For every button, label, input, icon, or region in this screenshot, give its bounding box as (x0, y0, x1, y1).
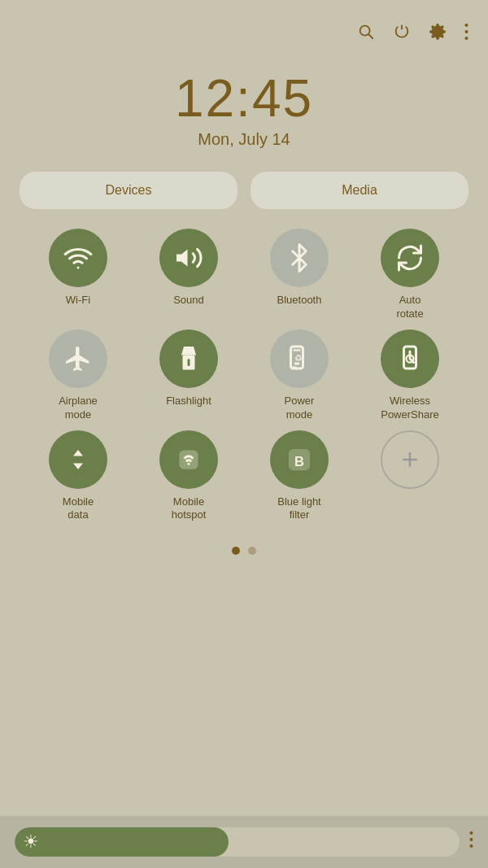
tab-devices[interactable]: Devices (20, 172, 237, 209)
toggle-powermode[interactable]: ♻ Powermode (244, 329, 355, 422)
search-icon[interactable] (357, 23, 375, 46)
toggle-hotspot[interactable]: Mobilehotspot (133, 430, 244, 523)
flashlight-label: Flashlight (166, 395, 211, 408)
toggle-airplane[interactable]: Airplanemode (23, 329, 133, 422)
power-icon[interactable] (393, 23, 411, 46)
svg-point-3 (465, 30, 468, 33)
toggle-autorotate[interactable]: Autorotate (355, 229, 465, 321)
pagination-dots (0, 547, 488, 555)
autorotate-label: Autorotate (396, 294, 423, 321)
bluetooth-circle (270, 229, 329, 287)
clock-time: 12:45 (0, 68, 488, 129)
toggle-mobiledata[interactable]: Mobiledata (23, 430, 133, 523)
toggle-add[interactable] (355, 430, 465, 523)
brightness-track[interactable]: ☀ (15, 827, 460, 857)
svg-point-21 (470, 844, 473, 848)
autorotate-circle (381, 229, 439, 287)
dot-1 (232, 547, 240, 555)
clock-date: Mon, July 14 (0, 130, 488, 149)
svg-line-1 (368, 34, 373, 38)
svg-point-2 (465, 24, 468, 27)
bluetooth-label: Bluetooth (277, 294, 322, 308)
wireless-label: WirelessPowerShare (381, 395, 439, 422)
brightness-fill (15, 827, 229, 857)
brightness-sun-icon: ☀ (23, 831, 39, 853)
mobiledata-label: Mobiledata (63, 495, 94, 523)
powermode-label: Powermode (285, 395, 315, 422)
svg-point-14 (188, 462, 190, 465)
bluelight-circle: B (270, 430, 329, 489)
toggle-wireless[interactable]: WirelessPowerShare (355, 329, 465, 422)
sound-circle (159, 229, 218, 287)
toggle-bluelight[interactable]: B Blue lightfilter (244, 430, 355, 523)
airplane-label: Airplanemode (59, 395, 98, 422)
mobiledata-circle (49, 430, 107, 489)
svg-marker-5 (176, 250, 188, 267)
hotspot-label: Mobilehotspot (172, 495, 207, 523)
powermode-circle: ♻ (270, 329, 329, 388)
toggle-bluetooth[interactable]: Bluetooth (244, 229, 355, 321)
svg-point-4 (465, 37, 468, 40)
sound-label: Sound (173, 294, 204, 308)
svg-text:♻: ♻ (294, 353, 303, 363)
tab-media[interactable]: Media (251, 172, 468, 209)
more-icon[interactable] (464, 23, 468, 46)
wireless-circle (381, 329, 439, 388)
clock-section: 12:45 Mon, July 14 (0, 68, 488, 149)
hotspot-circle (159, 430, 218, 489)
flashlight-circle (159, 329, 218, 388)
brightness-bar: ☀ (0, 816, 488, 868)
svg-point-19 (470, 831, 473, 835)
add-circle (381, 430, 439, 489)
svg-text:B: B (294, 453, 304, 468)
dot-2 (248, 547, 256, 555)
airplane-circle (49, 329, 107, 388)
wifi-circle (49, 229, 107, 287)
svg-point-20 (470, 838, 473, 841)
brightness-more-icon[interactable] (469, 831, 473, 853)
toggle-wifi[interactable]: Wi-Fi (23, 229, 133, 321)
toggle-sound[interactable]: Sound (133, 229, 244, 321)
toggle-flashlight[interactable]: Flashlight (133, 329, 244, 422)
bluelight-label: Blue lightfilter (277, 495, 320, 523)
tab-row: Devices Media (20, 172, 468, 209)
settings-icon[interactable] (429, 23, 447, 46)
toggle-grid: Wi-Fi Sound Bluetooth Autorotate Airplan… (0, 229, 488, 522)
top-bar (0, 0, 488, 54)
wifi-label: Wi-Fi (66, 294, 90, 308)
